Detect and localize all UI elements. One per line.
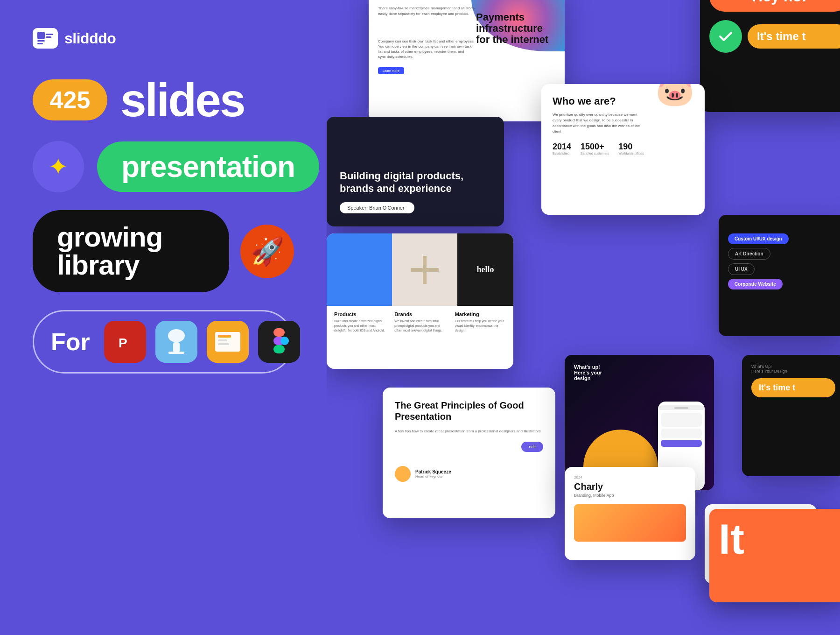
slide-hey-ho: Hey ho! It's time t [700, 0, 840, 112]
slide-dark-services: Custom UI/UX design Art Direction UI UX … [719, 215, 840, 336]
charly-sub: Branding, Mobile App [574, 493, 686, 498]
itstime-bubble: It's time t [751, 378, 835, 397]
slide-principles: The Great Principles of Good Presentatio… [383, 388, 555, 518]
brands-col-products: Products Build and create optimized digi… [334, 311, 385, 332]
rocket-circle: 🚀 [240, 225, 294, 278]
logo-area: slidddo [33, 28, 294, 49]
charly-year: 2024 [574, 475, 686, 480]
who-desc: We prioritize quality over quantity beca… [553, 112, 644, 134]
principles-title: The Great Principles of Good Presentatio… [395, 400, 543, 422]
svg-rect-13 [218, 335, 231, 338]
slide-itstime: What's Up!Here's Your Design It's time t [742, 355, 840, 476]
it-partial-text: It [709, 509, 840, 570]
dark-products-title: Building digital products, brands and ex… [340, 170, 491, 195]
service-tag-4: Corporate Website [728, 279, 783, 289]
presentation-row: ✦ presentation [33, 141, 294, 192]
who-stat-worldwide-num: 190 [618, 142, 644, 152]
svg-rect-19 [273, 345, 285, 353]
who-stat-worldwide-label: Worldwide offices [618, 152, 644, 155]
svg-rect-3 [37, 40, 45, 42]
brands-img-dark: hello [457, 233, 513, 306]
slide-hey-ho-bottom: It's time t [700, 16, 840, 56]
sparkle-icon: ✦ [48, 155, 69, 179]
service-tag-1: Custom UI/UX design [728, 233, 789, 244]
principles-btn: edit [521, 442, 543, 452]
principles-avatar-row: Patrick Squeeze Head of keynote [395, 466, 543, 482]
slide-charly: 2024 Charly Branding, Mobile App [565, 467, 695, 560]
brands-col-products-text: Build and create optimized digital produ… [334, 319, 385, 332]
library-badge: growing library [33, 210, 229, 292]
principles-author: Patrick Squeeze Head of keynote [415, 469, 451, 479]
brands-bottom: Products Build and create optimized digi… [327, 306, 513, 338]
svg-rect-1 [46, 34, 53, 35]
svg-rect-17 [273, 328, 285, 337]
brands-col-marketing-title: Marketing [455, 311, 506, 317]
svg-point-20 [280, 337, 289, 345]
slide-payments: Selling online and delivering directly t… [369, 0, 565, 121]
svg-rect-14 [218, 339, 227, 341]
figma-icon [258, 321, 300, 363]
app-whatsup-text: What's up!Here's yourdesign [574, 364, 602, 381]
who-stats: 2014 Established 1500+ Satisfied custome… [553, 142, 693, 155]
charly-img [574, 504, 686, 542]
itstime-label: What's Up!Here's Your Design [751, 364, 835, 374]
svg-rect-9 [173, 342, 180, 353]
who-pig-icon: 🐷 [655, 84, 695, 108]
count-badge: 425 [33, 79, 107, 120]
principles-desc: A few tips how to create great presentat… [395, 429, 543, 434]
slide-who-we-are: 🐷 Who we are? We prioritize quality over… [541, 84, 705, 215]
service-tag-2: Art Direction [728, 248, 770, 260]
brands-images: hello [327, 233, 513, 306]
who-stat-customers: 1500+ Satisfied customers [581, 142, 609, 155]
logo-text: slidddo [64, 30, 116, 47]
hey-ho-title: Hey ho! [752, 0, 806, 5]
presentation-badge: presentation [97, 141, 319, 192]
brands-col-products-title: Products [334, 311, 385, 317]
its-time-text: It's time t [757, 30, 805, 42]
charly-name: Charly [574, 481, 686, 492]
who-stat-year: 2014 Established [553, 142, 571, 155]
brands-col-brands-title: Brands [394, 311, 445, 317]
library-row: growing library 🚀 [33, 210, 294, 292]
slide-brands: hello Products Build and create optimize… [327, 233, 513, 369]
slide-dark-products: Building digital products, brands and ex… [327, 117, 504, 226]
cross-shape [411, 256, 439, 284]
slide-payments-btn: Learn more [378, 67, 404, 74]
powerpoint-icon: P [104, 321, 146, 363]
svg-rect-2 [46, 36, 51, 38]
svg-rect-4 [37, 43, 43, 44]
who-stat-customers-num: 1500+ [581, 142, 609, 152]
logo-icon [33, 28, 58, 49]
slide-payments-title: Payments infrastructure for the internet [476, 12, 555, 46]
right-section: Selling online and delivering directly t… [327, 0, 840, 635]
slides-row: 425 slides [33, 77, 294, 123]
brands-col-marketing: Marketing Our team will help you define … [455, 311, 506, 332]
who-stat-year-num: 2014 [553, 142, 571, 152]
svg-text:P: P [119, 336, 127, 350]
left-section: slidddo 425 slides ✦ presentation growin… [0, 0, 327, 635]
brands-col-brands: Brands We invent and create beautiful pr… [394, 311, 445, 332]
svg-rect-10 [168, 352, 184, 354]
svg-rect-15 [218, 343, 229, 345]
service-tag-3: UI UX [728, 263, 755, 275]
sparkle-circle: ✦ [33, 141, 84, 192]
presentation-label: presentation [121, 150, 295, 183]
for-row: For P [33, 310, 294, 374]
svg-point-8 [168, 329, 185, 342]
slide-it-partial: It [709, 509, 840, 602]
itstime-text: It's time t [759, 383, 795, 392]
slide-hey-ho-orange: Hey ho! [709, 0, 840, 12]
who-stat-worldwide: 190 Worldwide offices [618, 142, 644, 155]
who-stat-year-label: Established [553, 152, 571, 155]
keynote-icon [155, 321, 197, 363]
for-label: For [51, 328, 90, 356]
who-stat-customers-label: Satisfied customers [581, 152, 609, 155]
slide-hey-ho-yellow-bubble: It's time t [748, 24, 840, 49]
slide-hey-ho-green-circle [709, 20, 742, 53]
google-slides-icon [207, 321, 249, 363]
principles-author-name: Patrick Squeeze [415, 469, 451, 474]
dark-products-input: Speaker: Brian O'Conner [340, 202, 414, 213]
hello-text: hello [476, 265, 494, 275]
brands-img-neutral [392, 233, 457, 306]
svg-rect-0 [37, 32, 45, 39]
